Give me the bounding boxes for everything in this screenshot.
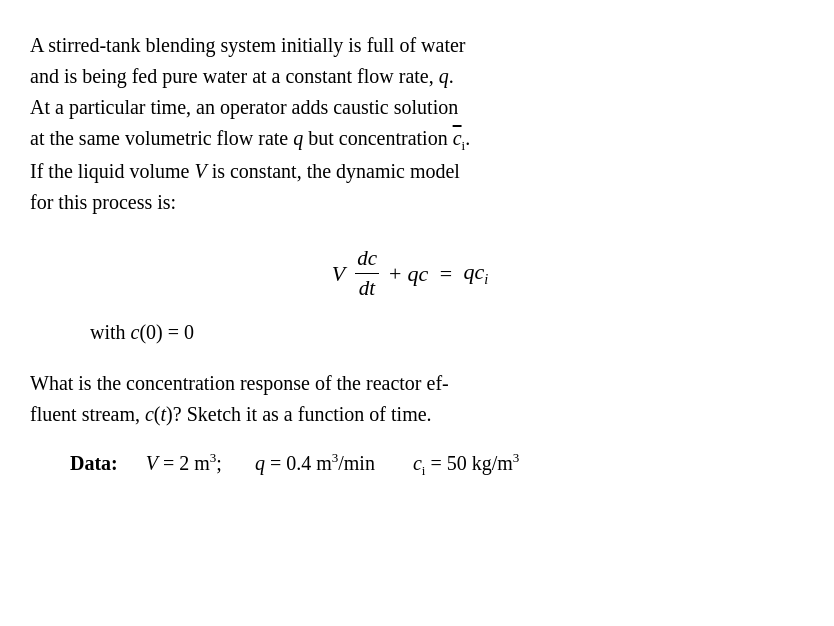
data-label: Data: bbox=[70, 452, 118, 475]
q-symbol-2: q bbox=[293, 127, 303, 149]
ic-c: c bbox=[131, 321, 140, 343]
equation-equals: = bbox=[434, 261, 457, 287]
V-symbol: V bbox=[194, 160, 206, 182]
fraction-numerator: dc bbox=[355, 246, 379, 274]
ci-sub: i bbox=[462, 138, 466, 153]
data-q: q = 0.4 m3/min bbox=[250, 450, 375, 475]
equation-ci-sub: i bbox=[484, 271, 488, 287]
data-V: V = 2 m3; bbox=[146, 450, 222, 475]
equation-V: V bbox=[332, 261, 345, 287]
ct-symbol: c bbox=[145, 403, 154, 425]
initial-condition: with c(0) = 0 bbox=[90, 321, 790, 344]
question-paragraph: What is the concentration response of th… bbox=[30, 368, 790, 430]
equation-plus: + bbox=[389, 261, 401, 287]
q-symbol: q bbox=[439, 65, 449, 87]
data-line: Data: V = 2 m3; q = 0.4 m3/min ci = 50 k… bbox=[70, 450, 790, 479]
content-wrapper: A stirred-tank blending system initially… bbox=[30, 30, 790, 479]
equation-qci: qci bbox=[464, 259, 489, 288]
t-symbol: t bbox=[161, 403, 167, 425]
ci-symbol: c bbox=[453, 127, 462, 149]
data-ci: ci = 50 kg/m3 bbox=[403, 450, 519, 479]
fraction-denominator: dt bbox=[357, 274, 377, 301]
equation-block: V dc dt + qc = qci bbox=[30, 246, 790, 301]
fraction-dc-dt: dc dt bbox=[355, 246, 379, 301]
intro-paragraph: A stirred-tank blending system initially… bbox=[30, 30, 790, 218]
equation-inner: V dc dt + qc = qci bbox=[332, 246, 489, 301]
equation-qc: qc bbox=[407, 261, 428, 287]
